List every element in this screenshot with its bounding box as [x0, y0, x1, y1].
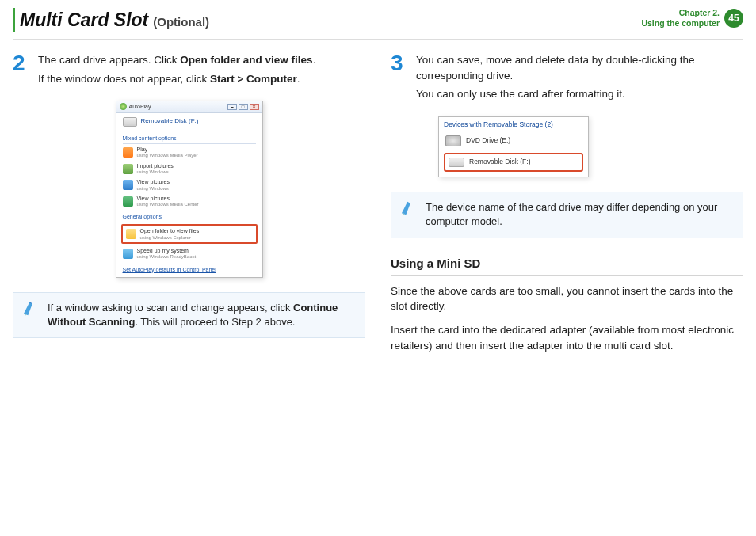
minisd-paragraph-2: Insert the card into the dedicated adapt… [391, 322, 743, 353]
autoplay-mixed-label: Mixed content options [116, 131, 262, 143]
removable-disk-icon [449, 158, 464, 167]
left-column: 2 The card drive appears. Click Open fol… [13, 52, 365, 361]
autoplay-titlebar: AutoPlay ‒ □ ✕ [116, 101, 262, 112]
folder-icon [126, 229, 136, 239]
step2-line2: If the window does not appear, click Sta… [38, 71, 315, 87]
device-removable-label: Removable Disk (F:) [469, 158, 530, 166]
devices-header: Devices with Removable Storage (2) [439, 117, 588, 131]
page-number-badge: 45 [724, 9, 743, 28]
note-text: The device name of the card drive may di… [426, 200, 734, 229]
step-number: 2 [13, 52, 32, 89]
step2-line1: The card drive appears. Click Open folde… [38, 52, 315, 68]
section-label: Using the computer [641, 18, 720, 29]
step-number: 3 [391, 52, 410, 105]
device-highlight: Removable Disk (F:) [444, 153, 583, 172]
step-3: 3 You can save, move and delete data by … [391, 52, 743, 105]
section-divider [391, 275, 743, 276]
minisd-paragraph-1: Since the above cards are too small, you… [391, 283, 743, 314]
note-device-name: The device name of the card drive may di… [391, 192, 743, 238]
autoplay-item-readyboost[interactable]: Speed up my systemusing Windows ReadyBoo… [116, 245, 262, 262]
step-2: 2 The card drive appears. Click Open fol… [13, 52, 365, 89]
page-title: Multi Card Slot [20, 8, 148, 32]
removable-disk-icon [123, 117, 137, 127]
autoplay-general-label: General options [116, 210, 262, 222]
maximize-button[interactable]: □ [239, 104, 248, 110]
autoplay-defaults-link[interactable]: Set AutoPlay defaults in Control Panel [116, 262, 262, 277]
photo-viewer-icon [123, 180, 133, 190]
note-scan-warning: If a window asking to scan and change ap… [13, 292, 365, 338]
dvd-drive-icon [445, 135, 461, 146]
wmp-icon [123, 147, 133, 158]
device-removable-disk[interactable]: Removable Disk (F:) [445, 154, 582, 170]
autoplay-item-open-folder[interactable]: Open folder to view filesusing Windows E… [124, 227, 254, 241]
autoplay-item-import[interactable]: Import picturesusing Windows [116, 161, 262, 177]
page-title-wrap: Multi Card Slot (Optional) [13, 8, 209, 32]
note-text: If a window asking to scan and change ap… [48, 301, 356, 329]
autoplay-icon [120, 103, 127, 110]
step3-line1: You can save, move and delete data by do… [416, 52, 743, 83]
autoplay-item-play[interactable]: Playusing Windows Media Player [116, 144, 262, 161]
header-meta: Chapter 2. Using the computer 45 [641, 8, 743, 28]
device-dvd-drive[interactable]: DVD Drive (E:) [439, 131, 588, 150]
autoplay-highlighted-option: Open folder to view filesusing Windows E… [121, 224, 258, 244]
minimize-button[interactable]: ‒ [227, 104, 237, 110]
readyboost-icon [123, 249, 133, 259]
minisd-heading: Using a Mini SD [391, 256, 743, 272]
note-icon [400, 200, 418, 216]
page-subtitle: (Optional) [153, 14, 209, 30]
autoplay-item-view-pictures[interactable]: View picturesusing Windows [116, 177, 262, 193]
autoplay-window: AutoPlay ‒ □ ✕ Removable Disk (F:) Mixed… [116, 101, 263, 278]
right-column: 3 You can save, move and delete data by … [391, 52, 743, 361]
note-icon [22, 301, 40, 317]
autoplay-item-view-pictures-mc[interactable]: View picturesusing Windows Media Center [116, 193, 262, 210]
autoplay-drive-label: Removable Disk (F:) [141, 117, 199, 126]
devices-panel: Devices with Removable Storage (2) DVD D… [438, 116, 589, 177]
media-center-icon [123, 196, 133, 207]
autoplay-title: AutoPlay [129, 103, 151, 110]
chapter-label: Chapter 2. [641, 8, 720, 18]
autoplay-drive-row: Removable Disk (F:) [116, 113, 262, 131]
device-dvd-label: DVD Drive (E:) [466, 136, 510, 145]
import-icon [123, 164, 133, 174]
page-header: Multi Card Slot (Optional) Chapter 2. Us… [0, 0, 756, 32]
close-button[interactable]: ✕ [250, 104, 259, 110]
step3-line2: You can only use the card after formatti… [416, 86, 743, 102]
